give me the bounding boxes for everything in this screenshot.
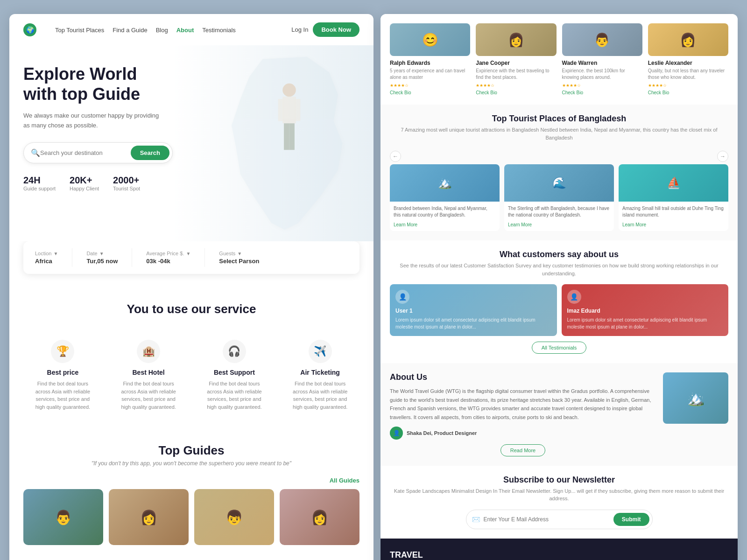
check-bio-leslie[interactable]: Check Bio <box>648 90 728 95</box>
guide-card-2: 👩 <box>109 489 189 545</box>
email-icon: ✉️ <box>472 516 480 523</box>
chevron-down-icon: ▼ <box>53 251 58 256</box>
guide-card-1: 👨 <box>23 489 103 545</box>
service-name-best-hotel: Best Hotel <box>116 369 181 376</box>
newsletter-section: Subscribe to our Newsletter Kate Spade L… <box>381 466 738 539</box>
navbar: 🌍 Top Tourist Places Find a Guide Blog A… <box>9 14 374 45</box>
testimonial-card-1: 👤 User 1 Lorem ipsum dolor sit amet cons… <box>390 284 557 336</box>
guide-profile-wade: 👨 Wade Warren Expirience. the best 100km… <box>562 23 642 95</box>
hero-subtitle: We always make our customer happy by pro… <box>23 111 163 131</box>
place-img-1: 🏔️ <box>390 164 500 202</box>
check-bio-ralph[interactable]: Check Bio <box>390 90 470 95</box>
service-desc-best-hotel: Find the bot deal tours across Asia with… <box>116 380 181 411</box>
service-air-ticketing: ✈️ Air Ticketing Find the bot deal tours… <box>281 330 359 420</box>
search-button[interactable]: Search <box>131 146 169 160</box>
footer: TRAVEL Company About Us Careers Privacy … <box>381 539 738 560</box>
all-guides-button[interactable]: All Guides <box>330 477 359 484</box>
learn-more-3[interactable]: Learn More <box>619 222 728 231</box>
check-bio-jane[interactable]: Check Bio <box>476 90 556 95</box>
stat-happy-client: 20K+ Happy Client <box>70 175 99 191</box>
learn-more-1[interactable]: Learn More <box>390 222 500 231</box>
testimonials-title: What customers say about us <box>390 250 728 259</box>
nav-about[interactable]: About <box>176 27 194 34</box>
book-now-button[interactable]: Book Now <box>313 22 359 37</box>
guide-avatar-leslie: 👩 <box>648 23 728 56</box>
testimonial-avatar-1: 👤 <box>395 290 409 304</box>
globe-icon: 🌍 <box>23 23 36 36</box>
main-site: 🌍 Top Tourist Places Find a Guide Blog A… <box>9 14 374 560</box>
best-hotel-icon: 🏨 <box>137 340 160 363</box>
service-name-best-price: Best price <box>30 369 95 376</box>
read-more-button[interactable]: Read More <box>500 444 545 456</box>
service-best-support: 🎧 Best Support Find the bot deal tours a… <box>195 330 274 420</box>
guide-stars-ralph: ★★★★☆ <box>390 83 470 88</box>
newsletter-desc: Kate Spade Landscapes Minimalist Design … <box>390 487 728 503</box>
testimonials-grid: 👤 User 1 Lorem ipsum dolor sit amet cons… <box>390 284 728 336</box>
guide-img-3: 👦 <box>194 489 274 545</box>
place-img-3: ⛵ <box>619 164 728 202</box>
place-card-1: 🏔️ Branded between India, Nepal and Myan… <box>390 164 500 231</box>
email-input[interactable] <box>484 516 610 523</box>
places-next-arrow[interactable]: → <box>717 151 728 162</box>
nav-find-guide[interactable]: Find a Guide <box>113 27 147 34</box>
guide-img-4: 👩 <box>280 489 359 545</box>
testimonials-desc: See the results of our latest Customer S… <box>390 262 728 277</box>
guide-name-wade: Wade Warren <box>562 60 642 66</box>
guide-name-ralph: Ralph Edwards <box>390 60 470 66</box>
filter-date[interactable]: Date ▼ Tur,05 now <box>86 251 118 265</box>
all-testimonials-button[interactable]: All Testimonials <box>532 342 587 354</box>
service-best-hotel: 🏨 Best Hotel Find the bot deal tours acr… <box>109 330 188 420</box>
right-panel: 😊 Ralph Edwards 5 years of experience an… <box>381 14 738 560</box>
guide-profile-ralph: 😊 Ralph Edwards 5 years of experience an… <box>390 23 470 95</box>
places-prev-arrow[interactable]: ← <box>390 151 401 162</box>
guide-stars-leslie: ★★★★☆ <box>648 83 728 88</box>
place-desc-2: The Sterling off with Bangladesh, becaus… <box>504 202 614 222</box>
guide-name-jane: Jane Cooper <box>476 60 556 66</box>
tourist-places-desc: 7 Amazing most well unique tourist attra… <box>390 126 728 141</box>
chevron-down-icon: ▼ <box>186 251 190 256</box>
nav-top-tourist[interactable]: Top Tourist Places <box>55 27 104 34</box>
place-img-2: 🌊 <box>504 164 614 202</box>
about-text: The World Travel Guide (WTG) is the flag… <box>390 387 656 422</box>
filter-location[interactable]: Loction ▼ Africa <box>35 251 58 265</box>
guide-stars-wade: ★★★★☆ <box>562 83 642 88</box>
filter-guests[interactable]: Guests ▼ Select Parson <box>219 251 259 265</box>
all-guides-link: All Guides <box>23 476 359 484</box>
search-input[interactable] <box>40 149 131 156</box>
search-icon: 🔍 <box>31 148 40 157</box>
service-desc-air-ticketing: Find the bot deal tours across Asia with… <box>288 380 352 411</box>
about-section: About Us The World Travel Guide (WTG) is… <box>381 363 738 466</box>
guide-card-4: 👩 <box>280 489 359 545</box>
nav-logo[interactable]: 🌍 <box>23 23 36 36</box>
guide-desc-jane: Expirience with the best traveling to fi… <box>476 68 556 81</box>
newsletter-form: ✉️ Submit <box>466 510 653 529</box>
hero-content: Explore World with top Guide We always m… <box>23 64 359 191</box>
nav-testimonials[interactable]: Testimonials <box>202 27 236 34</box>
nav-blog[interactable]: Blog <box>156 27 168 34</box>
testimonials-section: What customers say about us See the resu… <box>381 240 738 363</box>
learn-more-2[interactable]: Learn More <box>504 222 614 231</box>
testimonial-card-2: 👤 Imaz Eduard Lorem ipsum dolor sit amet… <box>562 284 729 336</box>
chevron-down-icon: ▼ <box>237 251 242 256</box>
guide-stars-jane: ★★★★☆ <box>476 83 556 88</box>
filter-divider-2 <box>132 248 132 267</box>
submit-button[interactable]: Submit <box>613 513 649 526</box>
check-bio-wade[interactable]: Check Bio <box>562 90 642 95</box>
newsletter-title: Subscribe to our Newsletter <box>390 475 728 485</box>
guides-subtitle: "If you don't try this app, you won't be… <box>23 460 359 467</box>
filter-price[interactable]: Average Price $. ▼ 03k -04k <box>146 251 190 265</box>
guide-card-3: 👦 <box>194 489 274 545</box>
places-grid: 🏔️ Branded between India, Nepal and Myan… <box>390 164 728 231</box>
about-image: 🏔️ <box>663 372 728 424</box>
filter-divider-3 <box>204 248 205 267</box>
chevron-down-icon: ▼ <box>99 251 104 256</box>
service-desc-best-support: Find the bot deal tours across Asia with… <box>202 380 267 411</box>
guide-desc-leslie: Quality, but not less than any traveler … <box>648 68 728 81</box>
guide-desc-wade: Expirience. the best 100km for knowing p… <box>562 68 642 81</box>
guide-avatar-wade: 👨 <box>562 23 642 56</box>
login-button[interactable]: Log In <box>291 26 308 33</box>
nav-actions: Log In Book Now <box>291 22 359 37</box>
tourist-places-section: Top Tourist Places of Bangladesh 7 Amazi… <box>381 105 738 240</box>
place-card-3: ⛵ Amazing Small hill trail outside at Du… <box>619 164 728 231</box>
place-desc-1: Branded between India, Nepal and Myanmar… <box>390 202 500 222</box>
